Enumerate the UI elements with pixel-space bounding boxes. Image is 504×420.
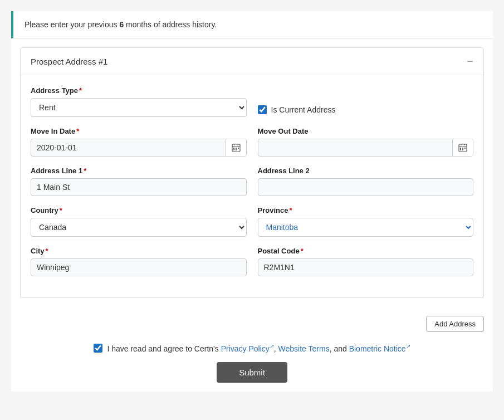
form-row-city-postal: City* Postal Code*	[31, 247, 473, 276]
svg-rect-17	[462, 149, 463, 150]
move-in-date-wrapper	[31, 139, 247, 157]
form-row-address-type: Address Type* Rent Own Other Is Current …	[31, 86, 473, 117]
add-address-row: Add Address	[20, 316, 484, 332]
city-input[interactable]	[31, 258, 247, 276]
privacy-policy-text: Privacy Policy	[221, 344, 270, 353]
agreement-and-text: , and	[330, 344, 349, 353]
form-row-country-province: Country* Canada United States Province* …	[31, 206, 473, 237]
notice-bar: Please enter your previous 6 months of a…	[11, 11, 493, 38]
biometric-notice-text: Biometric Notice	[349, 344, 406, 353]
submit-button[interactable]: Submit	[217, 362, 287, 383]
is-current-address-checkbox[interactable]	[258, 105, 267, 114]
agreement-row: I have read and agree to Certn's Privacy…	[20, 343, 484, 353]
form-group-address-type: Address Type* Rent Own Other	[31, 86, 247, 117]
address-line-2-label: Address Line 2	[258, 167, 474, 175]
city-label: City*	[31, 247, 247, 255]
svg-rect-5	[236, 148, 237, 149]
svg-rect-15	[464, 148, 466, 149]
address-line-1-label: Address Line 1*	[31, 167, 247, 175]
address-section: Prospect Address #1 − Address Type* Rent…	[20, 47, 484, 298]
form-row-address-lines: Address Line 1* Address Line 2	[31, 167, 473, 196]
province-label: Province*	[258, 206, 474, 214]
country-label: Country*	[31, 206, 247, 214]
is-current-address-label: Is Current Address	[271, 105, 336, 114]
form-group-move-out: Move Out Date	[258, 127, 474, 157]
address-type-select[interactable]: Rent Own Other	[31, 98, 247, 117]
form-group-postal-code: Postal Code*	[258, 247, 474, 276]
calendar-icon	[232, 143, 241, 152]
svg-rect-4	[233, 148, 234, 149]
move-in-date-label: Move In Date*	[31, 127, 247, 135]
biometric-notice-external-icon: ↗	[406, 343, 410, 349]
agreement-text-before: I have read and agree to Certn's	[107, 344, 221, 353]
biometric-notice-link[interactable]: Biometric Notice↗	[349, 344, 410, 353]
move-out-date-label: Move Out Date	[258, 127, 474, 135]
address-section-title: Prospect Address #1	[31, 57, 107, 66]
form-group-city: City*	[31, 247, 247, 276]
page-container: Please enter your previous 6 months of a…	[11, 11, 493, 392]
form-row-dates: Move In Date*	[31, 127, 473, 157]
svg-rect-13	[460, 148, 461, 149]
postal-code-label: Postal Code*	[258, 247, 474, 255]
move-out-date-calendar-button[interactable]	[452, 139, 473, 156]
move-out-date-input[interactable]	[258, 139, 453, 156]
address-line-1-input[interactable]	[31, 178, 247, 196]
svg-rect-8	[236, 149, 237, 150]
calendar-icon-2	[458, 143, 467, 152]
form-group-is-current: Is Current Address	[258, 86, 474, 117]
submit-row: Submit	[20, 362, 484, 383]
agreement-checkbox[interactable]	[94, 344, 102, 353]
agreement-label: I have read and agree to Certn's Privacy…	[107, 343, 410, 353]
form-group-province: Province* Manitoba Ontario British Colum…	[258, 206, 474, 237]
notice-text-after: months of address history.	[124, 20, 217, 29]
form-group-address-line-2: Address Line 2	[258, 167, 474, 196]
svg-rect-7	[233, 149, 234, 150]
website-terms-text: Website Terms	[278, 344, 330, 353]
move-in-date-input[interactable]	[31, 139, 226, 156]
country-select[interactable]: Canada United States	[31, 218, 247, 237]
svg-rect-16	[460, 149, 461, 150]
address-line-2-input[interactable]	[258, 178, 474, 196]
notice-text-before: Please enter your previous	[25, 20, 119, 29]
website-terms-link[interactable]: Website Terms	[278, 344, 330, 353]
move-in-date-calendar-button[interactable]	[226, 139, 246, 156]
address-type-label: Address Type*	[31, 86, 247, 95]
agreement-comma: ,	[274, 344, 276, 353]
address-header: Prospect Address #1 −	[21, 48, 483, 75]
svg-rect-14	[462, 148, 463, 149]
footer-section: Add Address I have read and agree to Cer…	[11, 307, 493, 392]
form-group-country: Country* Canada United States	[31, 206, 247, 237]
privacy-policy-link[interactable]: Privacy Policy↗	[221, 344, 274, 353]
postal-code-input[interactable]	[258, 258, 474, 276]
collapse-button[interactable]: −	[467, 56, 473, 67]
form-group-address-line-1: Address Line 1*	[31, 167, 247, 196]
notice-text: Please enter your previous 6 months of a…	[25, 20, 482, 29]
svg-rect-6	[238, 148, 239, 149]
province-select[interactable]: Manitoba Ontario British Columbia Albert…	[258, 218, 474, 237]
address-body: Address Type* Rent Own Other Is Current …	[21, 75, 483, 297]
privacy-policy-external-icon: ↗	[270, 343, 274, 349]
add-address-button[interactable]: Add Address	[426, 316, 484, 332]
form-group-move-in: Move In Date*	[31, 127, 247, 157]
move-out-date-wrapper	[258, 139, 474, 157]
